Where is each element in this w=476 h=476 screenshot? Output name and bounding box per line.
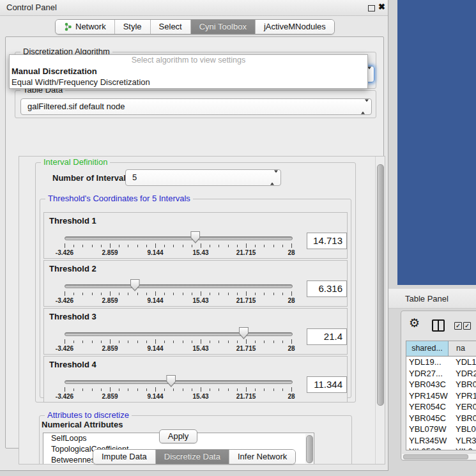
threshold-label: Threshold 4 bbox=[49, 360, 96, 369]
tab-style[interactable]: Style bbox=[114, 20, 150, 34]
numerical-attributes-label: Numerical Attributes bbox=[42, 420, 123, 429]
tick-label: 15.43 bbox=[192, 297, 208, 304]
table-row[interactable]: YIL052CYIL0 bbox=[406, 446, 476, 450]
table-row[interactable]: YPR145WYPR1 bbox=[406, 390, 476, 402]
minor-tick bbox=[146, 388, 147, 391]
minor-tick bbox=[192, 245, 192, 247]
tab-jactivemnodules[interactable]: jActiveMNodules bbox=[255, 20, 334, 34]
control-panel-tabs: NetworkStyleSelectCyni ToolboxjActiveMNo… bbox=[55, 19, 335, 35]
threshold-value-field[interactable]: 6.316 bbox=[307, 280, 347, 297]
major-tick bbox=[65, 291, 65, 296]
attributes-group-title: Attributes to discretize bbox=[45, 411, 132, 420]
tab-label: Network bbox=[75, 22, 106, 31]
popup-item-equal-width-frequency-discretization[interactable]: Equal Width/Frequency Discretization bbox=[10, 77, 367, 88]
slider-track[interactable] bbox=[65, 236, 293, 240]
column-header-shared[interactable]: shared... bbox=[406, 341, 449, 356]
threshold-value-field[interactable]: 11.344 bbox=[307, 376, 347, 393]
split-columns-icon[interactable] bbox=[432, 319, 445, 332]
major-tick bbox=[155, 387, 156, 392]
tick-label: 2.859 bbox=[102, 297, 118, 304]
slider-track[interactable] bbox=[65, 284, 293, 288]
threshold-label: Threshold 2 bbox=[49, 264, 96, 273]
table-hscrollbar-thumb[interactable] bbox=[403, 454, 468, 459]
table-hscrollbar[interactable] bbox=[402, 453, 476, 459]
table-row[interactable]: YLR345WYLR3 bbox=[406, 435, 476, 447]
slider-thumb[interactable] bbox=[190, 231, 200, 243]
minor-tick bbox=[282, 341, 283, 343]
minor-tick bbox=[173, 245, 174, 247]
minor-tick bbox=[82, 388, 83, 391]
threshold-value-field[interactable]: 21.4 bbox=[307, 328, 347, 345]
apply-button[interactable]: Apply bbox=[159, 429, 197, 443]
column-header-na[interactable]: na bbox=[449, 341, 476, 356]
major-tick bbox=[155, 339, 156, 344]
tick-label: -3.426 bbox=[56, 249, 73, 256]
slider-thumb[interactable] bbox=[166, 375, 176, 387]
slider-thumb[interactable] bbox=[239, 327, 249, 339]
bottom-tab-discretize-data[interactable]: Discretize Data bbox=[155, 450, 229, 464]
minor-tick bbox=[237, 293, 238, 295]
table-data-combobox[interactable]: galFiltered.sif default node bbox=[20, 98, 372, 115]
table-row[interactable]: YBL079WYBL0 bbox=[406, 424, 476, 435]
settings-scroll-area: Interval Definition Number of Intervals … bbox=[19, 156, 385, 464]
minor-tick bbox=[192, 293, 192, 295]
cell-shared-name: YLR345W bbox=[406, 435, 451, 447]
gear-icon[interactable]: ⚙ bbox=[409, 317, 420, 329]
bottom-tab-impute-data[interactable]: Impute Data bbox=[93, 450, 155, 464]
tick-label: -3.426 bbox=[56, 345, 73, 352]
bottom-tab-infer-network[interactable]: Infer Network bbox=[229, 450, 295, 464]
minor-tick bbox=[228, 341, 229, 343]
slider-track[interactable] bbox=[65, 380, 293, 384]
tab-cyni-toolbox[interactable]: Cyni Toolbox bbox=[190, 20, 255, 34]
threshold-value-field[interactable]: 14.713 bbox=[307, 233, 347, 249]
minor-tick bbox=[73, 388, 74, 391]
settings-scrollbar-thumb[interactable] bbox=[377, 164, 384, 406]
checkbox-icon[interactable]: ✓ bbox=[463, 322, 471, 330]
minor-tick bbox=[210, 341, 210, 343]
minor-tick bbox=[228, 388, 229, 391]
major-tick bbox=[246, 291, 247, 296]
table-row[interactable]: YER054CYER0 bbox=[406, 401, 476, 413]
num-intervals-value: 5 bbox=[132, 170, 137, 185]
attributes-scrollbar-thumb[interactable] bbox=[306, 435, 313, 463]
cell-shared-name: YER054C bbox=[406, 401, 451, 413]
cell-name: YBR0 bbox=[451, 379, 476, 390]
table-row[interactable]: YDL19...YDL1 bbox=[406, 357, 476, 368]
major-tick bbox=[155, 243, 156, 248]
interval-definition-group: Interval Definition Number of Intervals … bbox=[35, 162, 356, 403]
minor-tick bbox=[192, 341, 192, 343]
major-tick bbox=[291, 291, 292, 296]
slider-track[interactable] bbox=[65, 332, 293, 336]
table-row[interactable]: YBR043CYBR0 bbox=[406, 379, 476, 390]
slider-thumb[interactable] bbox=[130, 279, 140, 291]
minor-tick bbox=[228, 293, 229, 295]
major-tick bbox=[201, 339, 201, 344]
num-intervals-label: Number of Intervals bbox=[52, 173, 130, 183]
close-icon[interactable]: ✖ bbox=[378, 2, 385, 12]
cell-name: YLR3 bbox=[451, 435, 476, 447]
control-panel-window: Control Panel ✖ NetworkStyleSelectCyni T… bbox=[0, 0, 388, 471]
control-panel-titlebar: Control Panel ✖ bbox=[0, 0, 388, 16]
minor-tick bbox=[183, 293, 183, 295]
cell-shared-name: YBR043C bbox=[406, 379, 451, 390]
minor-tick bbox=[183, 388, 183, 391]
attributes-scrollbar[interactable] bbox=[305, 434, 313, 463]
table-row[interactable]: YBR045CYBR0 bbox=[406, 413, 476, 424]
num-intervals-combobox[interactable]: 5 bbox=[125, 169, 281, 186]
minor-tick bbox=[237, 388, 238, 391]
float-window-icon[interactable] bbox=[368, 5, 375, 12]
threshold-panel-4: Threshold 4-3.4262.8599.14415.4321.71528… bbox=[43, 356, 348, 403]
cell-name: YBR0 bbox=[451, 413, 476, 424]
algorithm-popup: Select algorithm to view settingsManual … bbox=[9, 54, 368, 89]
checkbox-icon[interactable]: ✓ bbox=[454, 322, 462, 330]
threshold-panel-2: Threshold 2-3.4262.8599.14415.4321.71528… bbox=[43, 260, 348, 307]
tab-select[interactable]: Select bbox=[150, 20, 190, 34]
tab-network[interactable]: Network bbox=[56, 20, 114, 34]
minor-tick bbox=[264, 388, 265, 391]
table-row[interactable]: YDR27...YDR2 bbox=[406, 368, 476, 380]
popup-item-select-algorithm-to-view-settings[interactable]: Select algorithm to view settings bbox=[10, 55, 367, 66]
settings-scrollbar[interactable] bbox=[375, 157, 385, 464]
popup-item-manual-discretization[interactable]: Manual Discretization bbox=[10, 66, 367, 77]
tick-label: 9.144 bbox=[147, 297, 163, 304]
major-tick bbox=[201, 243, 201, 248]
